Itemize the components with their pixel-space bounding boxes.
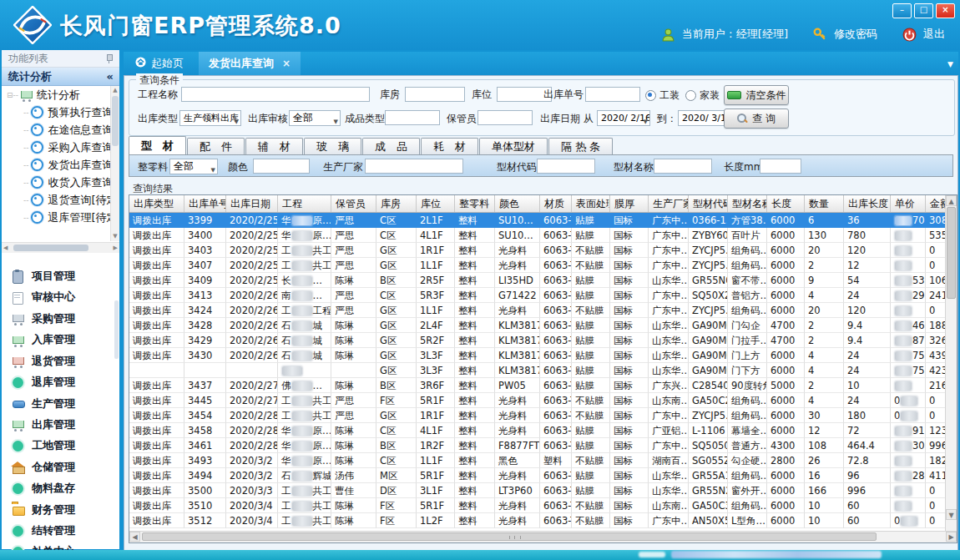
column-header-型材名称[interactable]: 型材名称: [728, 195, 767, 212]
column-header-库位[interactable]: 库位: [417, 195, 455, 212]
table-row[interactable]: G区3L3F整料KLM38176063-T5贴膜国标山东华…GA90M09.门下…: [129, 363, 946, 378]
column-header-数量[interactable]: 数量: [805, 195, 844, 212]
column-header-单价[interactable]: 单价: [891, 195, 926, 212]
table-row[interactable]: 调拨出库34542020/2/28工共工程严思G区1R1F整料光身料6063-T…: [129, 408, 946, 423]
table-row[interactable]: 调拨出库34002020/2/25华原…严思C区4L1F整料SU10…6063-…: [129, 228, 946, 243]
column-header-颜色[interactable]: 颜色: [495, 195, 540, 212]
material-tab-辅材[interactable]: 辅 材: [245, 138, 303, 154]
filter-input-颜色[interactable]: [253, 159, 310, 174]
audit-select[interactable]: 全部▼: [289, 110, 341, 126]
table-row[interactable]: 调拨出库34932020/3/2华原…陈琳C区1L1F整料黑色塑料不贴膜国标湖南…: [129, 453, 946, 468]
tree-item[interactable]: --收货入库查询: [2, 174, 109, 191]
order-no-input[interactable]: [585, 87, 640, 102]
filter-select-整零料[interactable]: 全部▼: [169, 159, 218, 174]
keeper-input[interactable]: [477, 110, 533, 125]
scroll-right-icon[interactable]: ▶: [114, 243, 118, 253]
scrollbar-thumb[interactable]: [947, 207, 956, 299]
product-type-input[interactable]: [385, 110, 440, 125]
column-header-出库日期[interactable]: 出库日期: [226, 195, 278, 212]
sidebar-module-生产管理[interactable]: 生产管理: [12, 396, 119, 412]
filter-input-长度mm[interactable]: [760, 159, 801, 174]
table-row[interactable]: 调拨出库34612020/2/28华原…陈琳B区1R2F整料F8877FT606…: [129, 438, 946, 453]
material-tab-成品[interactable]: 成 品: [362, 138, 420, 154]
collapse-icon[interactable]: «: [107, 68, 114, 86]
table-row[interactable]: 调拨出库34072020/2/25工共工程严思G区1L1F整料光身料6063-T…: [129, 258, 946, 273]
column-header-膜厚[interactable]: 膜厚: [610, 195, 649, 212]
close-button[interactable]: ×: [936, 3, 955, 18]
column-header-整零料[interactable]: 整零料: [455, 195, 495, 212]
sidebar-module-仓储管理[interactable]: 仓储管理: [12, 459, 119, 476]
tree-horizontal-scrollbar[interactable]: ◀ ▶: [2, 242, 119, 253]
material-tab-耗材[interactable]: 耗 材: [421, 138, 478, 154]
material-tab-型材[interactable]: 型 材: [129, 136, 186, 154]
sidebar-module-审核中心[interactable]: 审核中心: [12, 289, 119, 305]
sidebar-module-出库管理[interactable]: 出库管理: [12, 416, 119, 433]
column-header-保管员[interactable]: 保管员: [331, 195, 376, 212]
minimize-button[interactable]: –: [892, 3, 912, 18]
table-row[interactable]: 调拨出库34282020/2/26石城陈琳G区2L4F整料KLM38176063…: [129, 318, 946, 333]
table-row[interactable]: 调拨出库34032020/2/25工共工程严思G区1R1F整料光身料6063-T…: [129, 243, 946, 258]
scroll-down-icon[interactable]: ▼: [946, 509, 957, 520]
tree-item[interactable]: --退库管理[待定]: [2, 209, 109, 226]
column-header-表面处理[interactable]: 表面处理: [572, 195, 610, 212]
logout-link[interactable]: 退出: [923, 27, 945, 42]
sidebar-module-工地管理[interactable]: 工地管理: [12, 437, 119, 454]
filter-input-生产厂家[interactable]: [365, 159, 463, 174]
material-tab-玻璃[interactable]: 玻 璃: [304, 138, 361, 154]
tree-item[interactable]: --在途信息查询[待: [2, 121, 109, 139]
warehouse-input[interactable]: [405, 87, 465, 102]
tab-list-dropdown-icon[interactable]: ▼: [947, 60, 953, 68]
search-button[interactable]: 查 询: [724, 108, 789, 129]
sidebar-module-财务管理[interactable]: 财务管理: [12, 502, 119, 518]
sidebar-section-header[interactable]: 统计分析 «: [2, 68, 119, 86]
tree-vertical-scrollbar[interactable]: ▲ ▼: [110, 86, 119, 241]
column-header-出库类型[interactable]: 出库类型: [129, 195, 184, 212]
table-horizontal-scrollbar[interactable]: ◀ ▶: [129, 531, 957, 542]
tree-item[interactable]: --发货出库查询: [2, 156, 109, 174]
material-tab-单体型材[interactable]: 单体型材: [479, 138, 548, 154]
scroll-left-icon[interactable]: ◀: [129, 532, 140, 542]
out-type-select[interactable]: 生产领料出库▼: [179, 110, 241, 126]
table-row[interactable]: 调拨出库34292020/2/26石城陈琳G区5R2F整料KLM38176063…: [129, 333, 946, 348]
column-header-出库单号[interactable]: 出库单号: [184, 195, 226, 212]
tree-item[interactable]: --采购入库查询: [2, 139, 109, 156]
filter-input-型材代码[interactable]: [537, 159, 595, 174]
sidebar-module-入库管理[interactable]: 入库管理: [12, 331, 119, 348]
scroll-up-icon[interactable]: ▲: [946, 195, 957, 206]
table-row[interactable]: 调拨出库34132020/2/26南…严思C区5R3F整料G714226063-…: [129, 288, 946, 303]
table-row[interactable]: 调拨出库35122020/3/4工共工程陈琳F区1L2F整料光身料6063-T5…: [129, 513, 946, 528]
column-header-型材代码[interactable]: 型材代码: [689, 195, 728, 212]
module-scrollbar[interactable]: [114, 300, 119, 359]
table-row[interactable]: 调拨出库33992020/2/25华原…严思C区2L1F整料SU10…6063-…: [129, 213, 946, 228]
material-tab-配件[interactable]: 配 件: [187, 138, 245, 154]
column-header-出库长度[interactable]: 出库长度: [844, 195, 891, 212]
tree-item[interactable]: --退货查询[待定]: [2, 191, 109, 209]
sidebar-module-退库管理[interactable]: 退库管理: [12, 374, 119, 391]
tab-close-icon[interactable]: ×: [282, 58, 291, 69]
tab-起始页[interactable]: 起始页: [125, 52, 194, 75]
column-header-材质[interactable]: 材质: [540, 195, 572, 212]
maximize-button[interactable]: □: [914, 3, 933, 18]
scrollbar-thumb[interactable]: [112, 96, 119, 146]
column-header-金额[interactable]: 金额: [926, 195, 946, 212]
change-password-link[interactable]: 修改密码: [834, 27, 877, 42]
tree-root-node[interactable]: ⊟--统计分析: [2, 86, 109, 103]
column-header-长度[interactable]: 长度: [767, 195, 805, 212]
gongzhuang-radio[interactable]: 工装: [645, 88, 680, 103]
sidebar-module-结转管理[interactable]: 结转管理: [12, 522, 119, 539]
table-row[interactable]: 调拨出库34372020/2/27佛…陈琳B区3R6F整料PW056063-T5…: [129, 378, 946, 393]
table-row[interactable]: 调拨出库34302020/2/26石城陈琳G区3L3F整料KLM38176063…: [129, 348, 946, 363]
sidebar-module-采购管理[interactable]: 采购管理: [12, 310, 119, 327]
scroll-left-icon[interactable]: ◀: [3, 243, 8, 253]
jiazhuang-radio[interactable]: 家装: [685, 88, 720, 103]
table-vertical-scrollbar[interactable]: ▲ ▼: [945, 195, 957, 532]
table-row[interactable]: 调拨出库35002020/3/3工共工程曹佳D区3L1F整料LT3P606063…: [129, 483, 946, 498]
date-from-picker[interactable]: 2020/ 2/16▼: [597, 110, 650, 126]
clear-conditions-button[interactable]: 清空条件: [724, 85, 789, 105]
sidebar-module-物料盘存[interactable]: 物料盘存: [12, 480, 119, 497]
table-row[interactable]: 调拨出库34242020/2/26工工程严思G区1L1F整料光身料6063-T5…: [129, 303, 946, 318]
table-row[interactable]: 调拨出库34582020/2/28华原…陈琳C区4L1F整料光身料6063-T5…: [129, 423, 946, 438]
sidebar-module-退货管理[interactable]: 退货管理: [12, 353, 119, 370]
scrollbar-thumb[interactable]: [13, 245, 88, 251]
table-row[interactable]: 调拨出库34452020/2/27工共工程严思F区5R1F整料光身料6063-T…: [129, 393, 946, 408]
